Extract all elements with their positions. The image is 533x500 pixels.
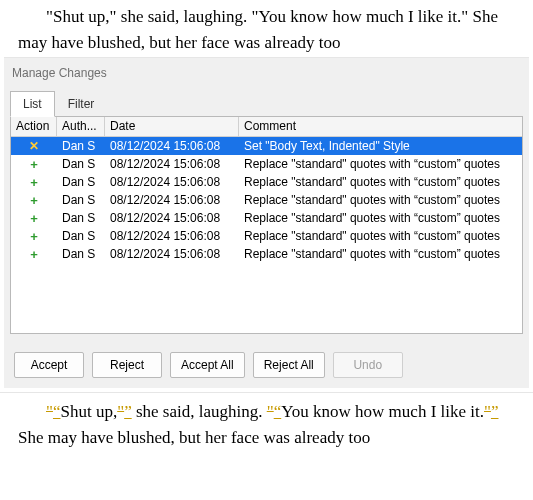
tab-list[interactable]: List [10,91,55,117]
author-cell: Dan S [57,229,105,243]
text-run: Shut up, [61,402,118,421]
comment-cell: Replace "standard" quotes with “custom” … [239,157,522,171]
action-cell: + [11,194,57,206]
insert-icon: + [28,212,40,224]
insert-icon: + [28,176,40,188]
insertion-mark: ” [124,402,132,421]
table-row[interactable]: ✕Dan S08/12/2024 15:06:08Set "Body Text,… [11,137,522,155]
comment-cell: Replace "standard" quotes with “custom” … [239,247,522,261]
comment-cell: Set "Body Text, Indented" Style [239,139,522,153]
action-cell: + [11,212,57,224]
grid-body: ✕Dan S08/12/2024 15:06:08Set "Body Text,… [11,137,522,263]
col-action[interactable]: Action [11,117,57,136]
action-cell: + [11,230,57,242]
reject-button[interactable]: Reject [92,352,162,378]
table-row[interactable]: +Dan S08/12/2024 15:06:08Replace "standa… [11,245,522,263]
insert-icon: + [28,194,40,206]
col-comment[interactable]: Comment [239,117,522,136]
insertion-mark: “ [53,402,61,421]
author-cell: Dan S [57,139,105,153]
deletion-mark: " [484,402,491,421]
tab-filter[interactable]: Filter [55,91,108,116]
grid-header: Action Auth... Date Comment [11,117,522,137]
date-cell: 08/12/2024 15:06:08 [105,229,239,243]
undo-button: Undo [333,352,403,378]
author-cell: Dan S [57,157,105,171]
table-row[interactable]: +Dan S08/12/2024 15:06:08Replace "standa… [11,155,522,173]
table-row[interactable]: +Dan S08/12/2024 15:06:08Replace "standa… [11,173,522,191]
comment-cell: Replace "standard" quotes with “custom” … [239,175,522,189]
insertion-mark: ” [491,402,499,421]
col-author[interactable]: Auth... [57,117,105,136]
date-cell: 08/12/2024 15:06:08 [105,175,239,189]
button-row: Accept Reject Accept All Reject All Undo [4,334,529,378]
insert-icon: + [28,158,40,170]
action-cell: + [11,248,57,260]
document-text-after: "“Shut up,"” she said, laughing. "“You k… [0,392,533,452]
date-cell: 08/12/2024 15:06:08 [105,211,239,225]
text-run: she said, laughing. [132,402,267,421]
panel-tabs: List Filter [4,90,529,116]
comment-cell: Replace "standard" quotes with “custom” … [239,211,522,225]
deletion-mark: " [267,402,274,421]
author-cell: Dan S [57,247,105,261]
date-cell: 08/12/2024 15:06:08 [105,247,239,261]
date-cell: 08/12/2024 15:06:08 [105,193,239,207]
reject-all-button[interactable]: Reject All [253,352,325,378]
table-row[interactable]: +Dan S08/12/2024 15:06:08Replace "standa… [11,227,522,245]
action-cell: + [11,176,57,188]
action-cell: ✕ [11,140,57,152]
date-cell: 08/12/2024 15:06:08 [105,139,239,153]
insert-icon: + [28,230,40,242]
col-date[interactable]: Date [105,117,239,136]
insert-icon: + [28,248,40,260]
table-row[interactable]: +Dan S08/12/2024 15:06:08Replace "standa… [11,191,522,209]
author-cell: Dan S [57,211,105,225]
text-run: She may have blushed, but her face was a… [18,428,370,447]
manage-changes-panel: Manage Changes List Filter Action Auth..… [4,57,529,388]
document-text-before: "Shut up," she said, laughing. "You know… [0,0,533,57]
accept-all-button[interactable]: Accept All [170,352,245,378]
accept-button[interactable]: Accept [14,352,84,378]
delete-icon: ✕ [28,140,40,152]
comment-cell: Replace "standard" quotes with “custom” … [239,193,522,207]
action-cell: + [11,158,57,170]
panel-title: Manage Changes [4,58,529,90]
table-row[interactable]: +Dan S08/12/2024 15:06:08Replace "standa… [11,209,522,227]
author-cell: Dan S [57,175,105,189]
deletion-mark: " [46,402,53,421]
date-cell: 08/12/2024 15:06:08 [105,157,239,171]
comment-cell: Replace "standard" quotes with “custom” … [239,229,522,243]
author-cell: Dan S [57,193,105,207]
text-run: You know how much I like it. [281,402,484,421]
changes-grid: Action Auth... Date Comment ✕Dan S08/12/… [10,116,523,334]
